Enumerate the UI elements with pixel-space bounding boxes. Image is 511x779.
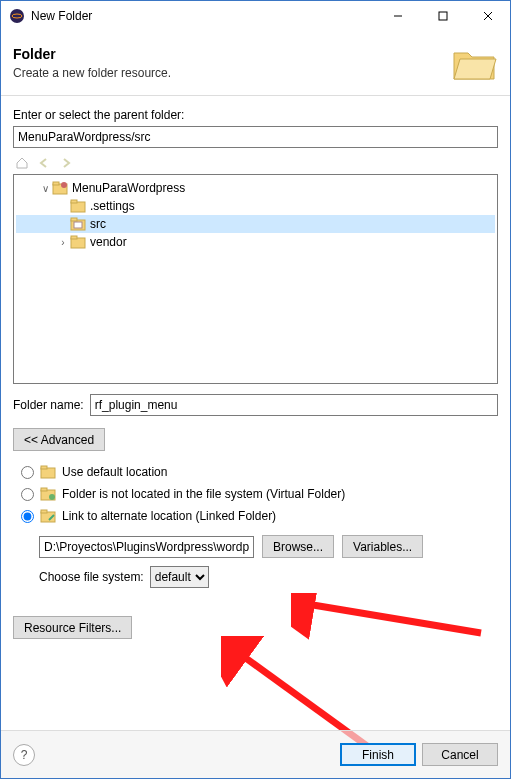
- titlebar: New Folder: [1, 1, 510, 31]
- folder-icon: [70, 198, 86, 214]
- tree-root-label: MenuParaWordpress: [72, 181, 185, 195]
- svg-rect-12: [71, 218, 77, 221]
- advanced-button[interactable]: << Advanced: [13, 428, 105, 451]
- variables-button[interactable]: Variables...: [342, 535, 423, 558]
- folder-tree[interactable]: ∨ MenuParaWordpress .settings src › vend…: [13, 174, 498, 384]
- filesystem-select[interactable]: default: [150, 566, 209, 588]
- resource-filters-button[interactable]: Resource Filters...: [13, 616, 132, 639]
- link-path-input[interactable]: [39, 536, 254, 558]
- banner-subtitle: Create a new folder resource.: [13, 66, 450, 80]
- folder-icon: [70, 234, 86, 250]
- home-icon[interactable]: [13, 154, 31, 172]
- svg-point-8: [61, 182, 67, 188]
- browse-button[interactable]: Browse...: [262, 535, 334, 558]
- svg-rect-15: [71, 236, 77, 239]
- tree-item-label: vendor: [90, 235, 127, 249]
- radio-linked-folder[interactable]: [21, 510, 34, 523]
- help-button[interactable]: ?: [13, 744, 35, 766]
- expand-icon[interactable]: ∨: [38, 183, 52, 194]
- maximize-button[interactable]: [420, 1, 465, 31]
- project-icon: [52, 180, 68, 196]
- svg-rect-3: [439, 12, 447, 20]
- radio-default-location[interactable]: [21, 466, 34, 479]
- svg-point-20: [49, 494, 55, 500]
- folder-large-icon: [450, 39, 498, 87]
- option-default-label: Use default location: [62, 465, 167, 479]
- tree-item-label: src: [90, 217, 106, 231]
- parent-folder-label: Enter or select the parent folder:: [13, 108, 498, 122]
- src-folder-icon: [70, 216, 86, 232]
- folder-icon: [40, 465, 56, 479]
- svg-rect-22: [41, 510, 47, 513]
- window-title: New Folder: [31, 9, 375, 23]
- tree-item-src[interactable]: src: [16, 215, 495, 233]
- folder-name-label: Folder name:: [13, 398, 84, 412]
- back-icon[interactable]: [35, 154, 53, 172]
- folder-name-input[interactable]: [90, 394, 498, 416]
- cancel-button[interactable]: Cancel: [422, 743, 498, 766]
- expand-icon[interactable]: ›: [56, 237, 70, 248]
- eclipse-icon: [9, 8, 25, 24]
- banner-heading: Folder: [13, 46, 450, 62]
- tree-root[interactable]: ∨ MenuParaWordpress: [16, 179, 495, 197]
- tree-item-settings[interactable]: .settings: [16, 197, 495, 215]
- option-virtual-label: Folder is not located in the file system…: [62, 487, 345, 501]
- banner: Folder Create a new folder resource.: [1, 31, 510, 96]
- svg-rect-10: [71, 200, 77, 203]
- virtual-folder-icon: [40, 487, 56, 501]
- linked-folder-icon: [40, 509, 56, 523]
- close-button[interactable]: [465, 1, 510, 31]
- radio-virtual-folder[interactable]: [21, 488, 34, 501]
- svg-rect-13: [74, 222, 82, 228]
- svg-rect-19: [41, 488, 47, 491]
- svg-rect-17: [41, 466, 47, 469]
- filesystem-label: Choose file system:: [39, 570, 144, 584]
- minimize-button[interactable]: [375, 1, 420, 31]
- option-linked-label: Link to alternate location (Linked Folde…: [62, 509, 276, 523]
- finish-button[interactable]: Finish: [340, 743, 416, 766]
- svg-rect-7: [53, 182, 59, 185]
- parent-folder-input[interactable]: [13, 126, 498, 148]
- forward-icon[interactable]: [57, 154, 75, 172]
- tree-item-label: .settings: [90, 199, 135, 213]
- footer: ? Finish Cancel: [1, 730, 510, 778]
- tree-item-vendor[interactable]: › vendor: [16, 233, 495, 251]
